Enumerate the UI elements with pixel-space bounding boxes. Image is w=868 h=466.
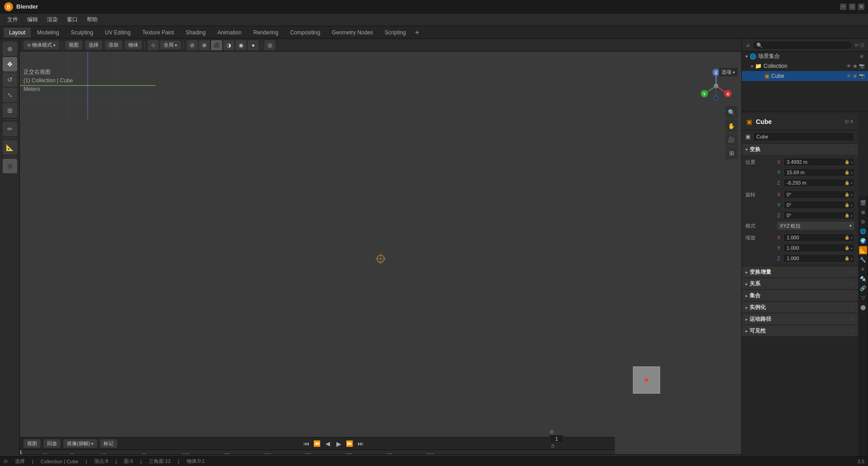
- outliner-sync-btn[interactable]: ⊡: [860, 42, 864, 48]
- viewport-grid[interactable]: 正交右视图 (1) Collection | Cube Meters 选项 ▾ …: [20, 52, 741, 466]
- menu-file[interactable]: 文件: [4, 14, 22, 25]
- pan-btn[interactable]: ✋: [725, 119, 738, 132]
- pos-y-key[interactable]: ⬥: [850, 170, 853, 175]
- rot-y-lock[interactable]: 🔒: [844, 203, 849, 207]
- tab-rendering[interactable]: Rendering: [248, 28, 283, 38]
- collection-header[interactable]: ▸ 集合 ···: [742, 290, 858, 301]
- rotate-tool[interactable]: ↺: [3, 72, 17, 87]
- prop-tab-scene[interactable]: 🌐: [859, 227, 867, 235]
- annotate-tool[interactable]: ✏: [3, 122, 17, 136]
- prop-tab-object[interactable]: 📐: [859, 246, 867, 254]
- close-button[interactable]: ✕: [858, 4, 864, 10]
- tab-sculpting[interactable]: Sculpting: [66, 28, 99, 38]
- add-menu[interactable]: 添加: [105, 41, 122, 49]
- name-icon-2[interactable]: ✕: [850, 119, 854, 124]
- scale-z-field[interactable]: 1.000 🔒 ⬥: [783, 254, 854, 262]
- scale-tool[interactable]: ⤡: [3, 88, 17, 102]
- measure-tool[interactable]: 📐: [3, 140, 17, 155]
- scale-x-key[interactable]: ⬥: [850, 235, 853, 240]
- tab-animation[interactable]: Animation: [212, 28, 247, 38]
- view-menu[interactable]: 视图: [65, 41, 82, 49]
- prop-tab-particles[interactable]: ✳: [859, 265, 867, 273]
- prop-tab-world[interactable]: 🌍: [859, 237, 867, 245]
- prop-tab-material[interactable]: ⬤: [859, 303, 867, 311]
- snap-toggle[interactable]: ⊹: [148, 40, 159, 50]
- scale-y-field[interactable]: 1.000 🔒 ⬥: [783, 244, 854, 252]
- viewport-options-button[interactable]: 选项 ▾: [719, 68, 738, 76]
- zoom-in-btn[interactable]: 🔍: [725, 106, 738, 119]
- scale-y-key[interactable]: ⬥: [850, 246, 853, 250]
- cube-eye-icon[interactable]: 👁: [846, 73, 851, 79]
- current-frame-input[interactable]: [549, 435, 564, 443]
- name-icon-1[interactable]: ⊡: [845, 119, 849, 124]
- tab-uv-editing[interactable]: UV Editing: [99, 28, 136, 38]
- rot-z-field[interactable]: 0° 🔒 ⬥: [783, 211, 854, 219]
- maximize-button[interactable]: □: [849, 4, 855, 10]
- solid-view-btn[interactable]: ⬛: [211, 40, 222, 50]
- viewport-overlay-btn[interactable]: ⊘: [187, 40, 198, 50]
- scale-z-lock[interactable]: 🔒: [844, 256, 849, 261]
- transform-section-header[interactable]: ▾ 变换 ···: [742, 144, 858, 155]
- render-view-btn[interactable]: ◉: [236, 40, 246, 50]
- camera-btn[interactable]: 🎥: [725, 133, 738, 146]
- pos-x-lock[interactable]: 🔒: [844, 160, 849, 164]
- relations-header[interactable]: ▸ 关系 ···: [742, 278, 858, 289]
- pos-x-field[interactable]: 3.4992 m 🔒 ⬥: [783, 158, 854, 166]
- scale-y-lock[interactable]: 🔒: [844, 246, 849, 250]
- visibility-header[interactable]: ▸ 可见性 ···: [742, 325, 858, 336]
- prop-tab-physics[interactable]: 🔩: [859, 275, 867, 283]
- rot-mode-dropdown[interactable]: XYZ 欧拉 ▾: [777, 222, 854, 230]
- add-workspace-button[interactable]: +: [412, 28, 422, 38]
- rot-x-field[interactable]: 0° 🔒 ⬥: [783, 190, 854, 199]
- object-mode-dropdown[interactable]: ⊙ 物体模式 ▾: [24, 41, 59, 49]
- rendered-view-btn[interactable]: ●: [248, 40, 259, 50]
- outliner-collection-row[interactable]: ▾ 📁 Collection 👁 ◉ 📷: [742, 61, 868, 71]
- prop-tab-modifier[interactable]: 🔧: [859, 256, 867, 264]
- pos-y-lock[interactable]: 🔒: [844, 170, 849, 175]
- transform-tool[interactable]: ⊞: [3, 103, 17, 118]
- tab-scripting[interactable]: Scripting: [379, 28, 411, 38]
- collection-render-icon[interactable]: 📷: [859, 63, 864, 69]
- pos-z-key[interactable]: ⬥: [850, 181, 853, 185]
- menu-window[interactable]: 窗口: [63, 14, 81, 25]
- pos-x-key[interactable]: ⬥: [850, 160, 853, 164]
- play-btn[interactable]: ▶: [334, 439, 343, 448]
- outliner-cube-row[interactable]: ▣ Cube 👁 ◉ 📷: [742, 71, 868, 81]
- viewport-gizmo-btn[interactable]: ⊕: [199, 40, 210, 50]
- rot-y-field[interactable]: 0° 🔒 ⬥: [783, 201, 854, 209]
- prop-tab-output[interactable]: 🖥: [859, 208, 867, 216]
- menu-edit[interactable]: 编辑: [24, 14, 42, 25]
- rot-z-key[interactable]: ⬥: [850, 213, 853, 218]
- data-name-field[interactable]: Cube: [753, 132, 854, 141]
- next-keyframe-btn[interactable]: ⏩: [345, 439, 354, 448]
- scale-z-key[interactable]: ⬥: [850, 256, 853, 261]
- outliner-filter-btn[interactable]: ⊳: [855, 42, 859, 48]
- menu-help[interactable]: 帮助: [83, 14, 101, 25]
- prop-tab-data[interactable]: ▽: [859, 294, 867, 302]
- tab-texture-paint[interactable]: Texture Paint: [137, 28, 179, 38]
- move-tool[interactable]: ✥: [3, 57, 17, 71]
- frame-strip[interactable]: 1 10 25 50 75 100 125 150 175 200: [20, 450, 615, 454]
- tab-geometry-nodes[interactable]: Geometry Nodes: [326, 28, 378, 38]
- tab-shading[interactable]: Shading: [180, 28, 211, 38]
- timeline-view-btn[interactable]: 视图: [24, 439, 41, 448]
- motion-paths-header[interactable]: ▸ 运动路径 ···: [742, 314, 858, 324]
- jump-start-btn[interactable]: ⏮: [302, 439, 311, 448]
- minimize-button[interactable]: ─: [840, 4, 846, 10]
- timeline-fps-btn[interactable]: 抓像(插帧) ▾: [63, 439, 97, 448]
- timeline-markers-btn[interactable]: 标记: [100, 439, 117, 448]
- prop-tab-render[interactable]: 🎬: [859, 199, 867, 207]
- pos-y-field[interactable]: 15.69 m 🔒 ⬥: [783, 168, 854, 176]
- prev-keyframe-btn[interactable]: ⏪: [312, 439, 321, 448]
- rot-x-key[interactable]: ⬥: [850, 192, 853, 197]
- menu-render[interactable]: 渲染: [43, 14, 61, 25]
- prop-tab-constraints[interactable]: 🔗: [859, 284, 867, 292]
- collection-eye-icon[interactable]: 👁: [846, 63, 851, 69]
- timeline-playback-btn[interactable]: 回放: [43, 439, 61, 448]
- pos-z-field[interactable]: -6.293 m 🔒 ⬥: [783, 179, 854, 187]
- rot-z-lock[interactable]: 🔒: [844, 213, 849, 218]
- grid-btn[interactable]: ⊞: [725, 147, 738, 159]
- prop-tab-view-layer[interactable]: ⚙: [859, 218, 867, 226]
- collection-viewport-icon[interactable]: ◉: [853, 63, 857, 69]
- tab-modeling[interactable]: Modeling: [32, 28, 65, 38]
